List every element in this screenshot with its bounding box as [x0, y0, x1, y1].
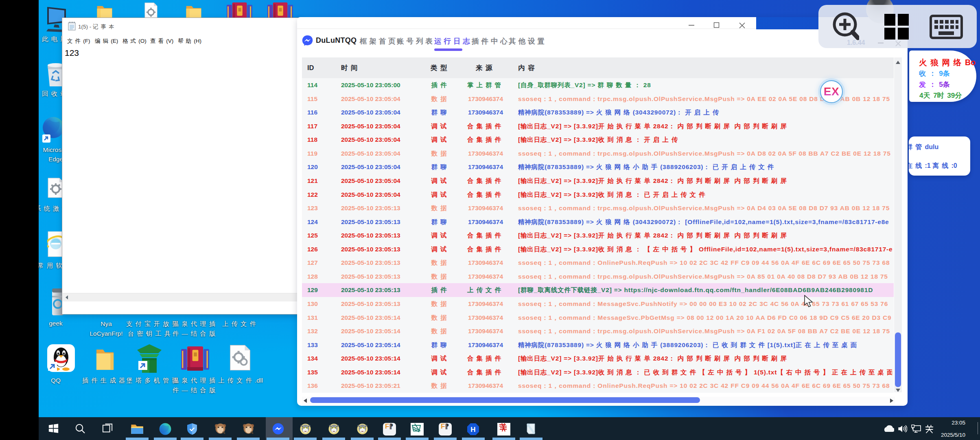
svg-text:H: H: [470, 426, 475, 433]
